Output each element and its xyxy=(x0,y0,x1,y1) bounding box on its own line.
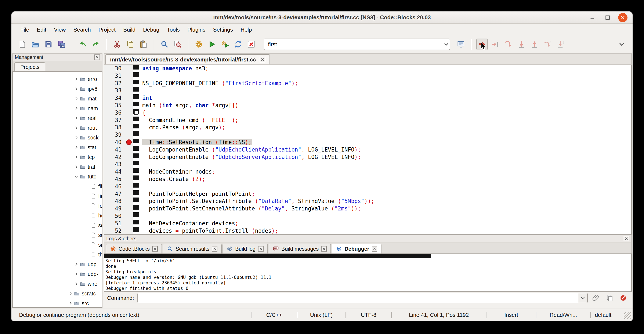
code-line-48[interactable]: 48 pointToPoint.SetDeviceAttribute ("Dat… xyxy=(104,197,631,205)
save-all-files-button[interactable] xyxy=(56,39,67,50)
breakpoint-margin[interactable] xyxy=(125,153,133,161)
resize-grip[interactable] xyxy=(624,312,631,319)
attach-button[interactable] xyxy=(591,293,601,303)
breakpoint-margin[interactable] xyxy=(125,227,133,235)
code-line-49[interactable]: 49 pointToPoint.SetChannelAttribute ("De… xyxy=(104,205,631,212)
breakpoint-margin[interactable] xyxy=(125,146,133,153)
step-out-button[interactable] xyxy=(529,39,540,50)
cut-button[interactable] xyxy=(111,39,123,50)
breakpoint-margin[interactable] xyxy=(125,72,133,80)
debug-continue-button[interactable] xyxy=(476,39,488,50)
abort-build-button[interactable] xyxy=(246,39,257,50)
tree-item-stat[interactable]: stat xyxy=(13,142,102,152)
next-line-button[interactable] xyxy=(502,39,514,50)
tree-item-fo[interactable]: fo xyxy=(13,201,102,211)
tab-projects[interactable]: Projects xyxy=(14,62,45,71)
redo-button[interactable] xyxy=(90,39,102,50)
menu-view[interactable]: View xyxy=(50,25,70,35)
rebuild-button[interactable] xyxy=(232,39,244,50)
code-line-39[interactable]: 39 xyxy=(104,131,631,139)
breakpoint-margin[interactable] xyxy=(125,65,133,72)
menu-tools[interactable]: Tools xyxy=(163,25,184,35)
tree-item-tcp[interactable]: tcp xyxy=(13,152,102,162)
breakpoint-margin[interactable] xyxy=(125,190,133,198)
clear-log-button[interactable] xyxy=(618,293,628,303)
breakpoint-margin[interactable] xyxy=(125,109,133,117)
menu-settings[interactable]: Settings xyxy=(209,25,237,35)
breakpoint-icon[interactable] xyxy=(126,139,132,145)
breakpoint-margin[interactable] xyxy=(125,102,133,109)
build-button[interactable] xyxy=(193,39,204,50)
tree-item-fir[interactable]: fir xyxy=(13,191,102,201)
find-button[interactable] xyxy=(159,39,170,50)
breakpoint-margin[interactable] xyxy=(125,139,133,146)
breakpoint-margin[interactable] xyxy=(125,80,133,87)
tree-item-udp-[interactable]: udp- xyxy=(13,269,102,279)
breakpoint-margin[interactable] xyxy=(125,124,133,131)
tab-close-icon[interactable] xyxy=(258,246,264,251)
breakpoint-margin[interactable] xyxy=(125,183,133,190)
undo-button[interactable] xyxy=(77,39,88,50)
tree-item-tuto[interactable]: tuto xyxy=(13,172,102,181)
command-dropdown-button[interactable] xyxy=(578,293,588,303)
menu-edit[interactable]: Edit xyxy=(33,25,50,35)
tree-item-si[interactable]: si xyxy=(13,240,102,250)
run-to-cursor-button[interactable] xyxy=(490,39,501,50)
tree-item-wire[interactable]: wire xyxy=(13,279,102,289)
tree-item-real[interactable]: real xyxy=(13,113,102,123)
paste-button[interactable] xyxy=(138,39,149,50)
code-line-52[interactable]: 52 devices = pointToPoint.Install (nodes… xyxy=(104,227,631,235)
code-line-30[interactable]: 30using namespace ns3; xyxy=(104,65,631,72)
tree-item-fif[interactable]: fif xyxy=(13,181,102,191)
fold-marker-icon[interactable] xyxy=(134,111,138,115)
breakpoint-margin[interactable] xyxy=(125,168,133,175)
editor-tab-close-icon[interactable] xyxy=(260,57,265,62)
tab-close-icon[interactable] xyxy=(372,246,377,251)
title-bar[interactable]: mnt/dev/tools/source/ns-3-dev/examples/t… xyxy=(12,12,632,24)
breakpoint-margin[interactable] xyxy=(125,117,133,124)
minimize-button[interactable] xyxy=(588,13,597,22)
tree-item-mat[interactable]: mat xyxy=(13,94,102,103)
logs-tab-build-messages[interactable]: Build messages xyxy=(269,244,331,253)
code-line-41[interactable]: 41 LogComponentEnable ("UdpEchoClientApp… xyxy=(104,146,631,153)
maximize-button[interactable] xyxy=(603,13,612,22)
tree-item-se[interactable]: se xyxy=(13,230,102,240)
next-instruction-button[interactable] xyxy=(542,39,554,50)
tab-close-icon[interactable] xyxy=(152,246,158,251)
breakpoint-margin[interactable] xyxy=(125,212,133,220)
code-line-45[interactable]: 45 nodes.Create (2); xyxy=(104,175,631,183)
tree-item-src[interactable]: src xyxy=(13,298,102,308)
code-line-47[interactable]: 47 PointToPointHelper pointToPoint; xyxy=(104,190,631,198)
breakpoint-margin[interactable] xyxy=(125,161,133,168)
code-line-42[interactable]: 42 LogComponentEnable ("UdpEchoServerApp… xyxy=(104,153,631,161)
management-close-icon[interactable] xyxy=(94,55,100,60)
step-into-instruction-button[interactable] xyxy=(555,39,566,50)
breakpoint-margin[interactable] xyxy=(125,94,133,102)
code-line-37[interactable]: 37 CommandLine cmd (__FILE__); xyxy=(104,117,631,124)
breakpoint-margin[interactable] xyxy=(125,197,133,205)
tree-item-scratc[interactable]: scratc xyxy=(13,289,102,298)
menu-search[interactable]: Search xyxy=(70,25,95,35)
copy-button[interactable] xyxy=(124,39,136,50)
tree-item-traf[interactable]: traf xyxy=(13,162,102,172)
breakpoint-margin[interactable] xyxy=(125,220,133,227)
code-line-34[interactable]: 34int xyxy=(104,94,631,102)
build-target-button[interactable] xyxy=(455,39,466,50)
code-line-36[interactable]: 36{ xyxy=(104,109,631,117)
build-and-run-button[interactable] xyxy=(219,39,231,50)
code-line-38[interactable]: 38 cmd.Parse (argc, argv); xyxy=(104,124,631,131)
open-file-button[interactable] xyxy=(30,39,41,50)
tree-item-nam[interactable]: nam xyxy=(13,103,102,113)
find-in-files-button[interactable] xyxy=(172,39,183,50)
tab-close-icon[interactable] xyxy=(321,246,327,251)
menu-file[interactable]: File xyxy=(16,25,33,35)
debugger-log[interactable]: Setting SHELL to '/bin/sh'doneSetting br… xyxy=(104,253,632,292)
logs-tab-search-results[interactable]: Search results xyxy=(163,244,222,253)
logs-tab-debugger[interactable]: Debugger xyxy=(332,244,382,253)
code-line-31[interactable]: 31 xyxy=(104,72,631,80)
code-area[interactable]: 30using namespace ns3;3132NS_LOG_COMPONE… xyxy=(104,65,631,234)
menu-debug[interactable]: Debug xyxy=(139,25,163,35)
tree-item-erro[interactable]: erro xyxy=(13,74,102,84)
tree-item-se[interactable]: se xyxy=(13,220,102,230)
new-file-button[interactable] xyxy=(16,39,28,50)
